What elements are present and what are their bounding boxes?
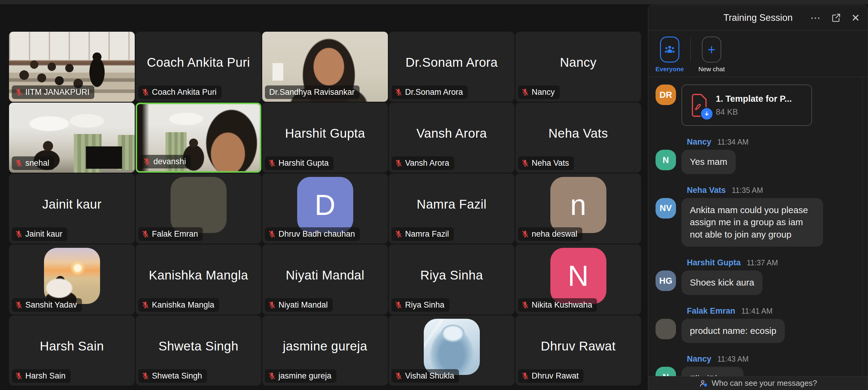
name-label: snehal xyxy=(12,156,54,170)
privacy-footer[interactable]: Who can see your messages? xyxy=(648,376,868,390)
tab-separator xyxy=(690,38,691,61)
name-label-text: snehal xyxy=(25,159,50,168)
name-label: Dr.Sandhya Ravisankar xyxy=(265,85,360,99)
name-label-text: Coach Ankita Puri xyxy=(152,87,217,97)
muted-mic-icon xyxy=(141,301,150,309)
timestamp: 11:41 AM xyxy=(741,307,773,315)
chat-message[interactable]: Harshit Gupta11:37 AM HG Shoes kick aura xyxy=(655,258,861,295)
popout-icon[interactable] xyxy=(831,13,841,23)
participant-tile-vansh-arora[interactable]: Vansh Arora Vansh Arora xyxy=(389,103,515,173)
timestamp: 11:35 AM xyxy=(732,186,763,195)
participant-tile-falak-emran[interactable]: Falak Emran xyxy=(135,173,261,244)
muted-mic-icon xyxy=(521,230,529,238)
avatar: HG xyxy=(655,271,676,291)
participant-name: Vansh Arora xyxy=(389,126,515,141)
name-label: Neha Vats xyxy=(518,156,574,170)
tab-everyone[interactable]: Everyone xyxy=(655,36,684,73)
tab-new-chat[interactable]: + New chat xyxy=(698,36,726,73)
close-icon[interactable]: ✕ xyxy=(851,13,860,23)
avatar: n xyxy=(550,177,607,233)
name-label-text: Vansh Arora xyxy=(405,159,450,168)
avatar: DR xyxy=(655,85,676,105)
muted-mic-icon xyxy=(268,230,276,238)
muted-mic-icon xyxy=(521,301,529,309)
pdf-file-icon xyxy=(689,93,709,118)
participant-tile-jasmine-gureja[interactable]: jasmine gureja jasmine gureja xyxy=(262,315,388,386)
scrollbar-track[interactable] xyxy=(863,77,863,376)
participant-tile-dhruv-rawat[interactable]: Dhruv Rawat Dhruv Rawat xyxy=(516,315,641,386)
name-label: Niyati Mandal xyxy=(265,298,333,312)
message-bubble[interactable]: Ankita mam could you please assign me in… xyxy=(681,198,823,247)
name-label-text: Neha Vats xyxy=(532,159,569,168)
more-options-icon[interactable]: ⋯ xyxy=(810,13,821,23)
chat-message-list[interactable]: DR 1. Template for P... 84 KB Nancy11:34… xyxy=(648,77,868,376)
muted-mic-icon xyxy=(141,230,150,238)
participant-tile-iitm-janakpuri[interactable]: IITM JANAKPURI xyxy=(9,32,135,102)
name-label-text: Nancy xyxy=(532,87,555,97)
file-attachment[interactable]: 1. Template for P... 84 KB xyxy=(681,85,812,126)
sender-name[interactable]: Falak Emran xyxy=(687,306,735,316)
participant-tile-nikita-kushwaha[interactable]: N Nikita Kushwaha xyxy=(516,245,641,314)
participant-tile-snehal[interactable]: snehal xyxy=(9,103,135,173)
chat-panel: Training Session ⋯ ✕ Everyone + New chat xyxy=(648,5,868,390)
participant-tile-niyati-mandal[interactable]: Niyati Mandal Niyati Mandal xyxy=(262,245,388,314)
sender-name[interactable]: Neha Vats xyxy=(687,186,726,195)
name-label-text: Jainit kaur xyxy=(25,229,62,239)
muted-mic-icon xyxy=(395,301,403,309)
message-bubble[interactable]: Yes mam xyxy=(681,150,736,174)
participant-tile-dr-sandhya-ravisankar[interactable]: Dr.Sandhya Ravisankar xyxy=(262,32,388,102)
muted-mic-icon xyxy=(15,301,23,309)
titlebar xyxy=(0,0,868,4)
message-bubble[interactable]: Flip iPhone xyxy=(681,367,744,376)
message-bubble[interactable]: Shoes kick aura xyxy=(681,271,763,295)
chat-title: Training Session xyxy=(723,12,793,23)
participant-name: Nancy xyxy=(516,55,641,70)
chat-message[interactable]: Nancy11:34 AM N Yes mam xyxy=(655,137,861,174)
participant-name: Neha Vats xyxy=(516,126,641,141)
participant-tile-devanshi-active-speaker[interactable]: devanshi xyxy=(135,103,261,173)
name-label: neha deswal xyxy=(518,227,582,241)
participant-tile-kanishka-mangla[interactable]: Kanishka Mangla Kanishka Mangla xyxy=(135,245,261,314)
participant-tile-harshit-gupta[interactable]: Harshit Gupta Harshit Gupta xyxy=(262,103,388,173)
participant-tile-dr-sonam-arora[interactable]: Dr.Sonam Arora Dr.Sonam Arora xyxy=(389,32,515,102)
chat-message[interactable]: Falak Emran11:41 AM product name: ecosip xyxy=(655,306,861,343)
participant-tile-neha-vats[interactable]: Neha Vats Neha Vats xyxy=(516,103,641,173)
chat-message[interactable]: Nancy11:43 AM N Flip iPhone xyxy=(655,354,861,376)
chat-message-file[interactable]: DR 1. Template for P... 84 KB xyxy=(655,85,861,126)
participant-name: Kanishka Mangla xyxy=(135,268,261,282)
participant-tile-neha-deswal[interactable]: n neha deswal xyxy=(516,173,641,244)
participant-tile-jainit-kaur[interactable]: Jainit kaur Jainit kaur xyxy=(9,173,135,244)
message-bubble[interactable]: product name: ecosip xyxy=(681,319,785,343)
name-label-text: Dhruv Rawat xyxy=(532,371,579,381)
name-label-text: Dr.Sonam Arora xyxy=(405,87,463,97)
participant-tile-dhruv-badh-chauhan[interactable]: D Dhruv Badh chauhan xyxy=(262,173,388,244)
name-label-text: Niyati Mandal xyxy=(278,300,328,310)
avatar: NV xyxy=(655,198,676,219)
participant-tile-nancy[interactable]: Nancy Nancy xyxy=(516,32,641,102)
name-label: Nikita Kushwaha xyxy=(518,298,597,312)
participant-tile-sanshit-yadav[interactable]: Sanshit Yadav xyxy=(9,245,135,314)
name-label-text: Harsh Sain xyxy=(25,371,66,381)
name-label: Dhruv Rawat xyxy=(518,369,584,383)
name-label-text: Vishal Shukla xyxy=(405,371,454,381)
avatar-photo xyxy=(44,248,100,304)
name-label: IITM JANAKPURI xyxy=(12,85,94,99)
sender-name[interactable]: Nancy xyxy=(687,354,711,364)
participant-tile-riya-sinha[interactable]: Riya Sinha Riya Sinha xyxy=(389,245,515,314)
participant-tile-namra-fazil[interactable]: Namra Fazil Namra Fazil xyxy=(389,173,515,244)
participant-tile-vishal-shukla[interactable]: Vishal Shukla xyxy=(389,315,515,386)
participant-tile-harsh-sain[interactable]: Harsh Sain Harsh Sain xyxy=(9,315,135,386)
sender-name[interactable]: Harshit Gupta xyxy=(687,258,741,268)
name-label-text: Falak Emran xyxy=(152,229,198,239)
name-label-text: Dhruv Badh chauhan xyxy=(278,229,355,239)
download-icon[interactable] xyxy=(700,107,713,120)
chat-message[interactable]: Neha Vats11:35 AM NV Ankita mam could yo… xyxy=(655,186,861,247)
participant-name: jasmine gureja xyxy=(262,339,388,354)
avatar: N xyxy=(655,150,676,170)
name-label: Harsh Sain xyxy=(12,369,70,383)
participant-tile-coach-ankita-puri[interactable]: Coach Ankita Puri Coach Ankita Puri xyxy=(135,32,261,102)
sender-name[interactable]: Nancy xyxy=(687,137,711,147)
name-label: Shweta Singh xyxy=(138,369,207,383)
muted-mic-icon xyxy=(395,159,403,167)
participant-tile-shweta-singh[interactable]: Shweta Singh Shweta Singh xyxy=(135,315,261,386)
